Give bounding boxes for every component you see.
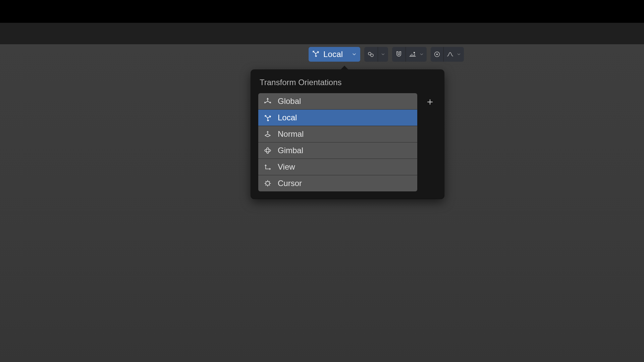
global-axes-icon — [263, 97, 272, 105]
proportional-editing-controls — [431, 47, 464, 62]
chevron-down-icon — [457, 52, 461, 57]
svg-point-5 — [265, 149, 271, 152]
local-axes-icon — [311, 49, 320, 60]
snap-element-dropdown[interactable] — [406, 47, 427, 62]
transform-orientations-popover: Transform Orientations Global — [251, 70, 444, 199]
proportional-editing-icon — [433, 51, 441, 58]
orientation-option-local[interactable]: Local — [258, 110, 417, 126]
chevron-down-icon — [381, 52, 385, 57]
option-label: Cursor — [278, 179, 302, 188]
magnet-icon — [395, 50, 403, 58]
falloff-smooth-icon — [446, 51, 454, 58]
svg-point-6 — [266, 147, 269, 154]
snap-increment-icon — [409, 50, 417, 58]
option-label: View — [278, 162, 295, 172]
svg-point-4 — [436, 54, 438, 55]
proportional-falloff-dropdown[interactable] — [443, 47, 464, 62]
option-label: Global — [278, 97, 301, 106]
option-label: Gimbal — [278, 146, 303, 155]
orientation-options-list: Global Local — [258, 93, 417, 191]
viewport-header-controls: Local — [309, 47, 464, 62]
chevron-down-icon — [347, 52, 357, 57]
local-axes-icon — [263, 113, 272, 122]
orientation-option-global[interactable]: Global — [258, 93, 417, 110]
orientation-option-cursor[interactable]: Cursor — [258, 175, 417, 191]
gimbal-axes-icon — [263, 146, 272, 155]
app-header-bar — [0, 23, 644, 44]
orientation-option-normal[interactable]: Normal — [258, 126, 417, 142]
popover-title: Transform Orientations — [260, 78, 435, 87]
normal-axes-icon — [263, 130, 272, 138]
cursor-axes-icon — [263, 179, 272, 187]
orientation-option-gimbal[interactable]: Gimbal — [258, 142, 417, 159]
viewport-3d[interactable]: Local — [0, 44, 644, 362]
pivot-point-dropdown[interactable] — [364, 47, 388, 62]
window-chrome-top — [0, 0, 644, 23]
pivot-median-icon — [367, 50, 375, 58]
chevron-down-icon — [419, 52, 424, 57]
transform-orientation-dropdown[interactable]: Local — [309, 47, 360, 62]
view-axes-icon — [263, 163, 272, 171]
snapping-controls — [392, 47, 427, 62]
add-orientation-button[interactable]: ＋ — [425, 97, 435, 107]
option-label: Local — [278, 113, 297, 122]
snap-toggle[interactable] — [392, 47, 406, 62]
svg-point-1 — [371, 54, 373, 57]
transform-orientation-label: Local — [323, 50, 345, 59]
option-label: Normal — [278, 129, 304, 139]
proportional-editing-toggle[interactable] — [431, 47, 443, 62]
orientation-option-view[interactable]: View — [258, 159, 417, 175]
svg-rect-2 — [414, 52, 415, 53]
